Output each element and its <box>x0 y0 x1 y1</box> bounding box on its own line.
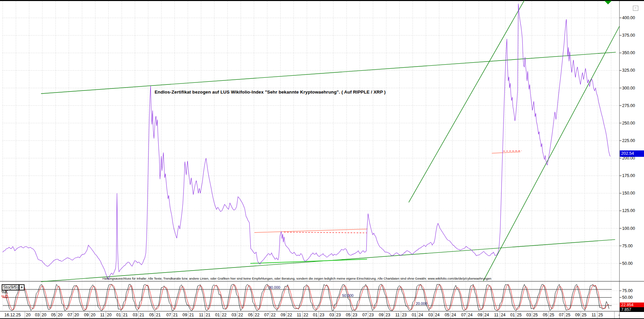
x-axis-label: 11 <box>592 313 596 317</box>
x-axis-label: 21 <box>123 313 128 317</box>
x-axis-label: 03 <box>35 313 40 317</box>
x-axis-label: 11 <box>297 313 301 317</box>
x-axis-label: 21 <box>173 313 178 317</box>
x-axis-label: 01 <box>116 313 121 317</box>
chart-canvas <box>0 0 644 319</box>
x-axis-label: 11 <box>494 313 498 317</box>
sto-level-label: 50.000 <box>342 293 354 297</box>
x-axis-label: 01 <box>412 313 416 317</box>
y-axis-label: 100.00 <box>622 226 643 231</box>
x-axis-first-label: 16.12.25 <box>4 313 21 317</box>
x-axis-label: 25 <box>598 313 603 317</box>
x-axis-label: 09 <box>281 313 285 317</box>
disclaimer-text: Haftungsausschluss für Inhalte: Alle Tex… <box>103 277 491 280</box>
x-axis-label: 09 <box>575 313 580 317</box>
resistance-salmon-1 <box>254 229 367 233</box>
stochastic-k-label: %K <box>1 290 8 294</box>
x-axis-label: 11 <box>100 313 105 317</box>
x-axis-label: 20 <box>74 313 79 317</box>
chart-title: Endlos-Zertifikat bezogen auf LUS Wikifo… <box>155 90 386 95</box>
x-axis-label: 20 <box>26 313 31 317</box>
x-axis-label: 11 <box>395 313 400 317</box>
x-axis-label: 25 <box>566 313 570 317</box>
y-axis-label: 175.00 <box>622 174 643 178</box>
x-axis-label: 03 <box>526 313 531 317</box>
x-axis-label: 09 <box>84 313 89 317</box>
x-axis-label: 03 <box>133 313 137 317</box>
y-axis-label: 325.00 <box>622 68 643 73</box>
x-axis-label: 07 <box>559 313 564 317</box>
x-axis-label: 07 <box>264 313 269 317</box>
x-axis-label: 24 <box>501 313 506 317</box>
green-arrow-marker <box>604 1 612 4</box>
bright-support-segment <box>250 259 367 263</box>
x-axis-label: 01 <box>510 313 515 317</box>
x-axis-label: 09 <box>183 313 187 317</box>
sto-level-label: 20.000 <box>416 302 427 306</box>
x-axis-label: 23 <box>386 313 390 317</box>
chart-plot-area[interactable] <box>0 0 644 319</box>
upper-channel-line <box>41 52 616 94</box>
chart-window: Endlos-Zertifikat bezogen auf LUS Wikifo… <box>0 0 644 319</box>
x-axis-label: 03 <box>232 313 236 317</box>
x-axis-label: 22 <box>271 313 276 317</box>
x-axis-label: 23 <box>353 313 357 317</box>
x-axis-label: 21 <box>189 313 194 317</box>
add-indicator-button[interactable]: + <box>19 284 25 290</box>
y-axis-label: 225.00 <box>622 139 643 143</box>
x-axis-label: 24 <box>435 313 440 317</box>
x-axis-label: 07 <box>68 313 72 317</box>
stochastic-d-value-tag: 22.854 <box>620 303 644 307</box>
x-axis-label: 05 <box>445 313 449 317</box>
stochastic-d-label: %D <box>1 294 8 299</box>
x-axis-label: 03 <box>329 313 334 317</box>
x-axis-label: 24 <box>468 313 473 317</box>
x-axis-label: 24 <box>484 313 489 317</box>
y-axis-label: 375.00 <box>622 33 643 38</box>
x-axis-label: 25 <box>582 313 587 317</box>
resistance-salmon-2 <box>492 152 520 153</box>
y-axis-label: 125.00 <box>622 209 643 213</box>
x-axis-label: 05 <box>248 313 253 317</box>
x-axis-label: 09 <box>379 313 384 317</box>
x-axis-label: 05 <box>149 313 154 317</box>
sto-axis-label: 75.00 <box>622 289 643 293</box>
sto-axis-label: 50.00 <box>622 295 643 300</box>
x-axis-label: 23 <box>320 313 324 317</box>
collapse-main-chart-button[interactable]: − <box>633 6 638 11</box>
x-axis-label: 20 <box>42 313 46 317</box>
x-axis-label: 21 <box>206 313 210 317</box>
x-axis-label: 24 <box>451 313 456 317</box>
x-axis-label: 03 <box>428 313 433 317</box>
x-axis-label: 22 <box>287 313 292 317</box>
sto-level-label: 80.000 <box>269 285 280 289</box>
y-axis-label: 275.00 <box>622 104 643 108</box>
y-axis-label: 75.00 <box>622 244 643 248</box>
stochastic-k-value-tag: 7.857 <box>620 307 644 312</box>
x-axis-label: 22 <box>238 313 243 317</box>
x-axis-label: 23 <box>369 313 374 317</box>
x-axis-label: 22 <box>222 313 227 317</box>
price-line <box>3 4 610 279</box>
x-axis-label: 07 <box>166 313 171 317</box>
x-axis-label: 20 <box>58 313 63 317</box>
x-axis-label: 01 <box>313 313 318 317</box>
resistance-dashed-2 <box>503 151 522 151</box>
x-axis-label: 21 <box>156 313 161 317</box>
collapse-indicator-button[interactable]: - <box>616 312 622 318</box>
x-axis-label: 20 <box>107 313 112 317</box>
x-axis-label: 09 <box>478 313 482 317</box>
y-axis-label: 300.00 <box>622 86 643 91</box>
x-axis-label: 24 <box>418 313 423 317</box>
x-axis-label: 25 <box>533 313 538 317</box>
y-axis-label: 250.00 <box>622 121 643 126</box>
x-axis-label: 22 <box>255 313 259 317</box>
x-axis-label: 07 <box>362 313 367 317</box>
resistance-dashed-1 <box>284 232 367 233</box>
x-axis-label: 11 <box>199 313 203 317</box>
y-axis-label: 400.00 <box>622 16 643 20</box>
y-axis-label: 350.00 <box>622 51 643 55</box>
last-price-tag: 202.54 <box>620 150 644 157</box>
x-axis-label: 07 <box>461 313 466 317</box>
x-axis-label: 23 <box>402 313 407 317</box>
